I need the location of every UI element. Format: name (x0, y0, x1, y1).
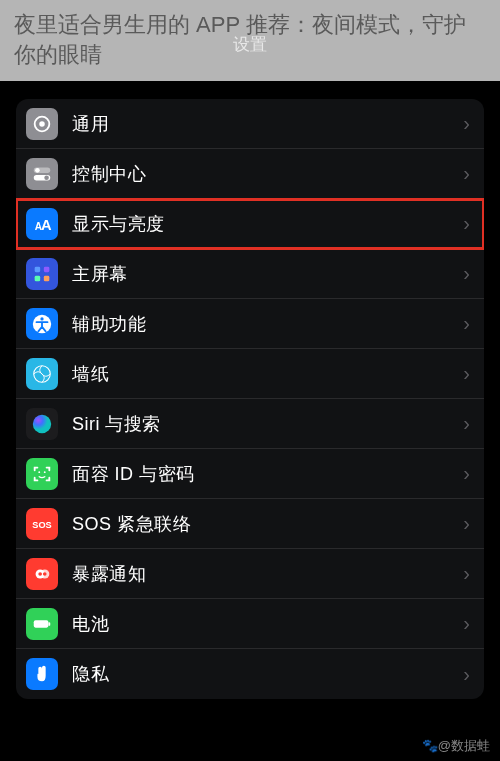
svg-text:A: A (41, 216, 52, 232)
svg-rect-24 (48, 622, 50, 626)
chevron-right-icon: › (463, 462, 470, 485)
svg-rect-10 (35, 276, 41, 282)
chevron-right-icon: › (463, 312, 470, 335)
settings-row-label: 主屏幕 (72, 262, 463, 286)
settings-screen: 通用›控制中心›AA显示与亮度›主屏幕›辅助功能›墙纸›Siri 与搜索›面容 … (0, 81, 500, 699)
page-title: 设置 (0, 34, 500, 57)
settings-row-faceid[interactable]: 面容 ID 与密码› (16, 449, 484, 499)
watermark: 🐾@数据蛙 (422, 737, 490, 755)
svg-point-22 (43, 572, 47, 576)
svg-rect-8 (35, 267, 41, 273)
settings-row-label: 控制中心 (72, 162, 463, 186)
home-grid-icon (26, 258, 58, 290)
settings-row-label: 电池 (72, 612, 463, 636)
hand-icon (26, 658, 58, 690)
settings-list: 通用›控制中心›AA显示与亮度›主屏幕›辅助功能›墙纸›Siri 与搜索›面容 … (16, 99, 484, 699)
settings-row-home-grid[interactable]: 主屏幕› (16, 249, 484, 299)
settings-row-label: Siri 与搜索 (72, 412, 463, 436)
settings-row-label: 辅助功能 (72, 312, 463, 336)
chevron-right-icon: › (463, 212, 470, 235)
settings-row-label: 通用 (72, 112, 463, 136)
svg-point-15 (33, 415, 51, 433)
settings-row-label: 墙纸 (72, 362, 463, 386)
battery-icon (26, 608, 58, 640)
chevron-right-icon: › (463, 112, 470, 135)
settings-row-label: 面容 ID 与密码 (72, 462, 463, 486)
svg-rect-11 (44, 276, 50, 282)
toggles-icon (26, 158, 58, 190)
settings-row-siri[interactable]: Siri 与搜索› (16, 399, 484, 449)
svg-point-3 (35, 168, 40, 173)
settings-row-label: 隐私 (72, 662, 463, 686)
article-title-banner: 夜里适合男生用的 APP 推荐：夜间模式，守护你的眼睛 设置 (0, 0, 500, 81)
svg-point-1 (39, 121, 45, 127)
settings-row-toggles[interactable]: 控制中心› (16, 149, 484, 199)
chevron-right-icon: › (463, 162, 470, 185)
svg-rect-9 (44, 267, 50, 273)
wallpaper-icon (26, 358, 58, 390)
gear-icon (26, 108, 58, 140)
chevron-right-icon: › (463, 663, 470, 686)
settings-row-wallpaper[interactable]: 墙纸› (16, 349, 484, 399)
faceid-icon (26, 458, 58, 490)
chevron-right-icon: › (463, 362, 470, 385)
svg-point-21 (38, 572, 42, 576)
text-size-icon: AA (26, 208, 58, 240)
accessibility-icon (26, 308, 58, 340)
svg-rect-23 (34, 620, 49, 627)
sos-icon: SOS (26, 508, 58, 540)
svg-point-13 (40, 317, 43, 320)
settings-row-battery[interactable]: 电池› (16, 599, 484, 649)
settings-row-text-size[interactable]: AA显示与亮度› (16, 199, 484, 249)
chevron-right-icon: › (463, 262, 470, 285)
settings-row-label: SOS 紧急联络 (72, 512, 463, 536)
chevron-right-icon: › (463, 612, 470, 635)
exposure-icon (26, 558, 58, 590)
settings-row-exposure[interactable]: 暴露通知› (16, 549, 484, 599)
settings-row-label: 暴露通知 (72, 562, 463, 586)
settings-row-accessibility[interactable]: 辅助功能› (16, 299, 484, 349)
settings-row-gear[interactable]: 通用› (16, 99, 484, 149)
svg-point-16 (38, 471, 40, 473)
chevron-right-icon: › (463, 412, 470, 435)
settings-row-hand[interactable]: 隐私› (16, 649, 484, 699)
svg-point-17 (44, 471, 46, 473)
svg-text:SOS: SOS (32, 520, 51, 530)
siri-icon (26, 408, 58, 440)
settings-row-sos[interactable]: SOSSOS 紧急联络› (16, 499, 484, 549)
chevron-right-icon: › (463, 512, 470, 535)
settings-row-label: 显示与亮度 (72, 212, 463, 236)
chevron-right-icon: › (463, 562, 470, 585)
svg-point-5 (44, 175, 49, 180)
